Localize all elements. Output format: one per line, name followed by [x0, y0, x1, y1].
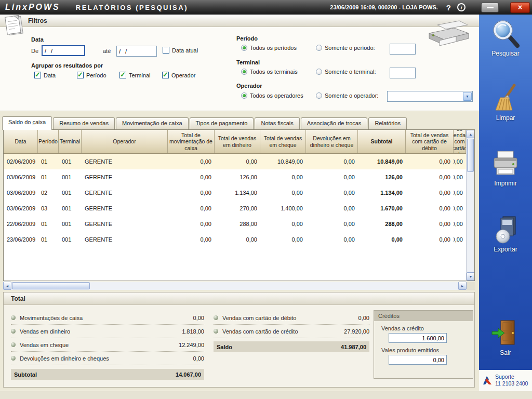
- total-item-value: 0,00: [193, 315, 204, 321]
- checkbox-data[interactable]: Data: [34, 72, 77, 78]
- help-icon[interactable]: ?: [446, 3, 451, 12]
- tab-notas-fiscais[interactable]: Notas fiscais: [255, 117, 299, 129]
- table-row[interactable]: 23/06/200901001GERENTE0,000,000,000,000,…: [4, 232, 466, 247]
- column-header-total-de-movimentacao-de-caixa[interactable]: Total de movimentação de caixa: [168, 130, 215, 153]
- vertical-scrollbar[interactable]: ▲ ▼: [466, 130, 474, 281]
- vertical-scroll-thumb[interactable]: [467, 139, 474, 172]
- close-button[interactable]: ×: [510, 2, 530, 13]
- radio-todos-terminais[interactable]: Todos os terminais: [241, 69, 298, 75]
- table-cell: 03/06/2009: [4, 185, 38, 201]
- limpar-button[interactable]: Limpar: [479, 83, 532, 122]
- broom-icon: [490, 83, 521, 113]
- tab-relatorios[interactable]: Relatórios: [368, 117, 407, 129]
- checkbox-label: Data: [44, 72, 56, 78]
- vertical-scroll-track[interactable]: [467, 172, 474, 272]
- table-cell: 001: [59, 185, 82, 201]
- table-cell: 0,00: [406, 154, 454, 169]
- tab-associacao-de-trocas[interactable]: Associação de trocas: [301, 117, 368, 129]
- table-cell: 001: [59, 201, 82, 216]
- table-row[interactable]: 03/06/200903001GERENTE0,00270,001.400,00…: [4, 201, 466, 216]
- periodo-input[interactable]: [390, 44, 416, 55]
- column-header-terminal[interactable]: Terminal: [59, 130, 82, 153]
- tab-tipos-de-pagamento[interactable]: Tipos de pagamento: [190, 117, 254, 129]
- tab-movimentacao-de-caixa[interactable]: Movimentação de caixa: [116, 117, 189, 129]
- column-header-operador[interactable]: Operador: [82, 130, 168, 153]
- column-header-total-de-vendas-com-cartao-de-[interactable]: Total de vendas com cartão de crédito: [454, 130, 466, 153]
- radio-somente-operador[interactable]: Somente o operador:: [316, 92, 378, 99]
- magnifier-icon: [490, 19, 521, 49]
- radio-todos-periodos[interactable]: Todos os períodos: [241, 45, 297, 51]
- table-cell: 0,00: [454, 201, 466, 216]
- radio-circle: [241, 69, 247, 75]
- checkbox-terminal[interactable]: Terminal: [119, 72, 162, 78]
- table-cell: 22/06/2009: [4, 216, 38, 232]
- radio-somente-periodo[interactable]: Somente o período:: [316, 45, 375, 51]
- horizontal-scroll-track[interactable]: [90, 282, 458, 290]
- scroll-right-icon[interactable]: ►: [458, 282, 467, 290]
- column-header-total-de-vendas-em-cheque[interactable]: Total de vendas em cheque: [260, 130, 306, 153]
- bullet-icon: [11, 356, 16, 361]
- radio-todos-operadores[interactable]: Todos os operadores: [241, 92, 303, 99]
- date-from-input[interactable]: [42, 45, 85, 56]
- vales-produto-label: Vales produto emitidos: [381, 347, 473, 353]
- scrollbar-corner: [467, 282, 475, 290]
- operador-select[interactable]: ▼: [387, 91, 473, 102]
- tab-saldo-do-caixa[interactable]: Saldo do caixa: [2, 116, 52, 130]
- checkbox-label: Operador: [171, 72, 195, 78]
- minimize-button[interactable]: [481, 3, 499, 12]
- app-logo: LinxPOWS: [5, 3, 60, 12]
- radio-label: Somente o período:: [325, 45, 375, 51]
- column-header-subtotal[interactable]: Subtotal: [358, 130, 406, 153]
- checkbox-operador[interactable]: Operador: [162, 72, 205, 78]
- radio-somente-terminal[interactable]: Somente o terminal:: [316, 69, 376, 75]
- info-icon[interactable]: i: [457, 3, 466, 11]
- radio-circle: [316, 92, 322, 99]
- table-row[interactable]: 03/06/200902001GERENTE0,001.134,000,000,…: [4, 185, 466, 201]
- de-label: De: [31, 48, 38, 54]
- data-group-label: Data: [31, 36, 44, 43]
- support-phone: 11 2103 2400: [495, 380, 528, 387]
- table-cell: 01: [38, 232, 59, 247]
- column-header-devolucoes-em-dinheiro-e-chequ[interactable]: Devoluções em dinheiro e cheque: [306, 130, 358, 153]
- export-icon: [490, 215, 521, 245]
- tab-resumo-de-vendas[interactable]: Resumo de vendas: [53, 117, 115, 129]
- table-body: 02/06/200901001GERENTE0,000,0010.849,000…: [4, 154, 474, 247]
- bullet-icon: [214, 329, 218, 334]
- total-item-devolucoes-em-dinheiro-e-chequ: Devoluções em dinheiro e cheques0,00: [11, 352, 204, 365]
- creditos-header: Créditos: [374, 311, 473, 321]
- checkbox-periodo[interactable]: Período: [77, 72, 119, 78]
- terminal-input[interactable]: [390, 68, 416, 78]
- table-row[interactable]: 22/06/200901001GERENTE0,00288,000,000,00…: [4, 216, 466, 232]
- vendas-credito-input[interactable]: [389, 333, 447, 343]
- vales-produto-input[interactable]: [389, 355, 447, 365]
- column-header-total-de-vendas-com-cartao-de-[interactable]: Total de vendas com cartão de débito: [406, 130, 454, 153]
- pesquisar-button[interactable]: Pesquisar: [479, 19, 532, 57]
- horizontal-scrollbar[interactable]: ◄ ►: [3, 282, 475, 290]
- column-header-data[interactable]: Data: [4, 130, 38, 153]
- window-title: Relatórios (Pesquisa): [76, 4, 188, 11]
- subtotal-value: 14.067,00: [176, 371, 201, 378]
- checkbox-data-atual[interactable]: Data atual: [163, 47, 198, 54]
- column-header-periodo[interactable]: Período: [38, 130, 59, 153]
- filters-header: Filtros: [0, 15, 479, 27]
- date-to-input[interactable]: [116, 46, 157, 57]
- titlebar-status: 23/06/2009 16:09, 000200 - LOJA POWS.: [330, 4, 438, 10]
- scroll-up-icon[interactable]: ▲: [467, 130, 475, 138]
- table-row[interactable]: 03/06/200901001GERENTE0,00126,000,000,00…: [4, 169, 466, 185]
- creditos-box: Créditos Vendas a crédito Vales produto …: [374, 310, 473, 379]
- table-cell: 0,00: [454, 154, 466, 169]
- table-row[interactable]: 02/06/200901001GERENTE0,000,0010.849,000…: [4, 154, 466, 169]
- scroll-left-icon[interactable]: ◄: [3, 282, 11, 290]
- total-item-value: 1.818,00: [182, 328, 204, 335]
- scroll-down-icon[interactable]: ▼: [467, 272, 475, 281]
- exportar-button[interactable]: Exportar: [479, 215, 532, 253]
- table-cell: 0,00: [168, 201, 215, 216]
- imprimir-button[interactable]: Imprimir: [479, 149, 532, 187]
- total-item-vendas-em-cheque: Vendas em cheque12.249,00: [11, 338, 204, 352]
- horizontal-scroll-thumb[interactable]: [12, 282, 90, 289]
- total-item-vendas-em-dinheiro: Vendas em dinheiro1.818,00: [11, 325, 204, 338]
- table-cell: GERENTE: [82, 232, 168, 247]
- table-cell: 0,00: [306, 169, 358, 185]
- sair-button[interactable]: Sair: [479, 318, 532, 356]
- column-header-total-de-vendas-em-dinheiro[interactable]: Total de vendas em dinheiro: [215, 130, 260, 153]
